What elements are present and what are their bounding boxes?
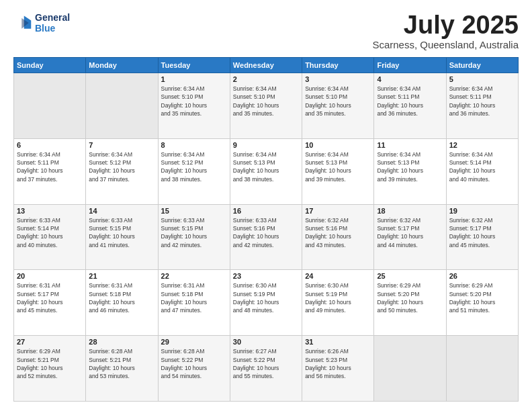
day-cell: 9Sunrise: 6:34 AM Sunset: 5:13 PM Daylig… bbox=[230, 138, 302, 204]
day-info: Sunrise: 6:34 AM Sunset: 5:13 PM Dayligh… bbox=[305, 150, 371, 183]
day-cell bbox=[374, 336, 446, 402]
day-info: Sunrise: 6:29 AM Sunset: 5:20 PM Dayligh… bbox=[377, 281, 443, 314]
location-title: Scarness, Queensland, Australia bbox=[372, 39, 519, 50]
weekday-header-sunday: Sunday bbox=[14, 58, 86, 73]
day-cell: 5Sunrise: 6:34 AM Sunset: 5:11 PM Daylig… bbox=[446, 73, 518, 139]
logo: General Blue bbox=[13, 12, 70, 34]
day-number: 18 bbox=[377, 207, 443, 215]
day-number: 10 bbox=[305, 141, 371, 149]
page: General Blue July 2025 Scarness, Queensl… bbox=[0, 0, 532, 411]
weekday-header-friday: Friday bbox=[374, 58, 446, 73]
day-cell: 14Sunrise: 6:33 AM Sunset: 5:15 PM Dayli… bbox=[86, 204, 158, 270]
day-cell: 18Sunrise: 6:32 AM Sunset: 5:17 PM Dayli… bbox=[374, 204, 446, 270]
day-number: 1 bbox=[161, 75, 227, 83]
header: General Blue July 2025 Scarness, Queensl… bbox=[13, 12, 519, 50]
month-title: July 2025 bbox=[372, 12, 519, 38]
weekday-header-row: SundayMondayTuesdayWednesdayThursdayFrid… bbox=[14, 58, 519, 73]
day-info: Sunrise: 6:30 AM Sunset: 5:19 PM Dayligh… bbox=[233, 281, 299, 314]
day-info: Sunrise: 6:34 AM Sunset: 5:11 PM Dayligh… bbox=[377, 85, 443, 118]
day-cell bbox=[14, 73, 86, 139]
day-number: 11 bbox=[377, 141, 443, 149]
day-cell: 19Sunrise: 6:32 AM Sunset: 5:17 PM Dayli… bbox=[446, 204, 518, 270]
day-cell bbox=[86, 73, 158, 139]
day-info: Sunrise: 6:29 AM Sunset: 5:20 PM Dayligh… bbox=[449, 281, 515, 314]
day-number: 20 bbox=[17, 272, 83, 280]
week-row-4: 20Sunrise: 6:31 AM Sunset: 5:17 PM Dayli… bbox=[14, 270, 519, 336]
day-number: 29 bbox=[161, 338, 227, 346]
day-cell: 24Sunrise: 6:30 AM Sunset: 5:19 PM Dayli… bbox=[302, 270, 374, 336]
day-number: 13 bbox=[17, 207, 83, 215]
day-info: Sunrise: 6:34 AM Sunset: 5:11 PM Dayligh… bbox=[17, 150, 83, 183]
day-cell: 25Sunrise: 6:29 AM Sunset: 5:20 PM Dayli… bbox=[374, 270, 446, 336]
day-info: Sunrise: 6:34 AM Sunset: 5:10 PM Dayligh… bbox=[161, 85, 227, 118]
day-info: Sunrise: 6:34 AM Sunset: 5:10 PM Dayligh… bbox=[233, 85, 299, 118]
day-cell: 6Sunrise: 6:34 AM Sunset: 5:11 PM Daylig… bbox=[14, 138, 86, 204]
day-cell: 2Sunrise: 6:34 AM Sunset: 5:10 PM Daylig… bbox=[230, 73, 302, 139]
day-number: 15 bbox=[161, 207, 227, 215]
day-cell: 1Sunrise: 6:34 AM Sunset: 5:10 PM Daylig… bbox=[158, 73, 230, 139]
day-info: Sunrise: 6:33 AM Sunset: 5:14 PM Dayligh… bbox=[17, 216, 83, 249]
day-info: Sunrise: 6:31 AM Sunset: 5:17 PM Dayligh… bbox=[17, 281, 83, 314]
day-number: 17 bbox=[305, 207, 371, 215]
day-number: 19 bbox=[449, 207, 515, 215]
day-info: Sunrise: 6:34 AM Sunset: 5:12 PM Dayligh… bbox=[161, 150, 227, 183]
day-number: 4 bbox=[377, 75, 443, 83]
day-cell: 20Sunrise: 6:31 AM Sunset: 5:17 PM Dayli… bbox=[14, 270, 86, 336]
weekday-header-tuesday: Tuesday bbox=[158, 58, 230, 73]
day-cell: 17Sunrise: 6:32 AM Sunset: 5:16 PM Dayli… bbox=[302, 204, 374, 270]
week-row-3: 13Sunrise: 6:33 AM Sunset: 5:14 PM Dayli… bbox=[14, 204, 519, 270]
day-cell: 30Sunrise: 6:27 AM Sunset: 5:22 PM Dayli… bbox=[230, 336, 302, 402]
day-info: Sunrise: 6:33 AM Sunset: 5:15 PM Dayligh… bbox=[89, 216, 154, 249]
day-cell bbox=[446, 336, 518, 402]
logo-text: General Blue bbox=[35, 12, 70, 34]
day-number: 9 bbox=[233, 141, 299, 149]
day-cell: 4Sunrise: 6:34 AM Sunset: 5:11 PM Daylig… bbox=[374, 73, 446, 139]
week-row-1: 1Sunrise: 6:34 AM Sunset: 5:10 PM Daylig… bbox=[14, 73, 519, 139]
day-number: 3 bbox=[305, 75, 371, 83]
day-info: Sunrise: 6:34 AM Sunset: 5:12 PM Dayligh… bbox=[89, 150, 154, 183]
day-info: Sunrise: 6:34 AM Sunset: 5:10 PM Dayligh… bbox=[305, 85, 371, 118]
day-number: 8 bbox=[161, 141, 227, 149]
weekday-header-saturday: Saturday bbox=[446, 58, 518, 73]
day-cell: 31Sunrise: 6:26 AM Sunset: 5:23 PM Dayli… bbox=[302, 336, 374, 402]
day-info: Sunrise: 6:28 AM Sunset: 5:21 PM Dayligh… bbox=[89, 347, 154, 380]
day-cell: 7Sunrise: 6:34 AM Sunset: 5:12 PM Daylig… bbox=[86, 138, 158, 204]
day-info: Sunrise: 6:32 AM Sunset: 5:16 PM Dayligh… bbox=[305, 216, 371, 249]
week-row-5: 27Sunrise: 6:29 AM Sunset: 5:21 PM Dayli… bbox=[14, 336, 519, 402]
day-cell: 10Sunrise: 6:34 AM Sunset: 5:13 PM Dayli… bbox=[302, 138, 374, 204]
day-cell: 21Sunrise: 6:31 AM Sunset: 5:18 PM Dayli… bbox=[86, 270, 158, 336]
day-number: 2 bbox=[233, 75, 299, 83]
day-number: 5 bbox=[449, 75, 515, 83]
day-cell: 3Sunrise: 6:34 AM Sunset: 5:10 PM Daylig… bbox=[302, 73, 374, 139]
day-number: 14 bbox=[89, 207, 154, 215]
day-cell: 12Sunrise: 6:34 AM Sunset: 5:14 PM Dayli… bbox=[446, 138, 518, 204]
day-number: 26 bbox=[449, 272, 515, 280]
day-cell: 28Sunrise: 6:28 AM Sunset: 5:21 PM Dayli… bbox=[86, 336, 158, 402]
day-cell: 26Sunrise: 6:29 AM Sunset: 5:20 PM Dayli… bbox=[446, 270, 518, 336]
day-info: Sunrise: 6:33 AM Sunset: 5:16 PM Dayligh… bbox=[233, 216, 299, 249]
day-cell: 15Sunrise: 6:33 AM Sunset: 5:15 PM Dayli… bbox=[158, 204, 230, 270]
day-info: Sunrise: 6:34 AM Sunset: 5:13 PM Dayligh… bbox=[377, 150, 443, 183]
weekday-header-thursday: Thursday bbox=[302, 58, 374, 73]
day-cell: 29Sunrise: 6:28 AM Sunset: 5:22 PM Dayli… bbox=[158, 336, 230, 402]
day-cell: 13Sunrise: 6:33 AM Sunset: 5:14 PM Dayli… bbox=[14, 204, 86, 270]
day-number: 30 bbox=[233, 338, 299, 346]
day-cell: 23Sunrise: 6:30 AM Sunset: 5:19 PM Dayli… bbox=[230, 270, 302, 336]
day-info: Sunrise: 6:28 AM Sunset: 5:22 PM Dayligh… bbox=[161, 347, 227, 380]
day-info: Sunrise: 6:34 AM Sunset: 5:13 PM Dayligh… bbox=[233, 150, 299, 183]
day-info: Sunrise: 6:29 AM Sunset: 5:21 PM Dayligh… bbox=[17, 347, 83, 380]
day-info: Sunrise: 6:34 AM Sunset: 5:11 PM Dayligh… bbox=[449, 85, 515, 118]
day-number: 16 bbox=[233, 207, 299, 215]
day-number: 7 bbox=[89, 141, 154, 149]
day-number: 6 bbox=[17, 141, 83, 149]
weekday-header-monday: Monday bbox=[86, 58, 158, 73]
day-cell: 8Sunrise: 6:34 AM Sunset: 5:12 PM Daylig… bbox=[158, 138, 230, 204]
day-cell: 27Sunrise: 6:29 AM Sunset: 5:21 PM Dayli… bbox=[14, 336, 86, 402]
title-block: July 2025 Scarness, Queensland, Australi… bbox=[372, 12, 519, 50]
day-info: Sunrise: 6:34 AM Sunset: 5:14 PM Dayligh… bbox=[449, 150, 515, 183]
day-info: Sunrise: 6:31 AM Sunset: 5:18 PM Dayligh… bbox=[89, 281, 154, 314]
day-number: 27 bbox=[17, 338, 83, 346]
day-cell: 11Sunrise: 6:34 AM Sunset: 5:13 PM Dayli… bbox=[374, 138, 446, 204]
day-info: Sunrise: 6:26 AM Sunset: 5:23 PM Dayligh… bbox=[305, 347, 371, 380]
day-number: 21 bbox=[89, 272, 154, 280]
